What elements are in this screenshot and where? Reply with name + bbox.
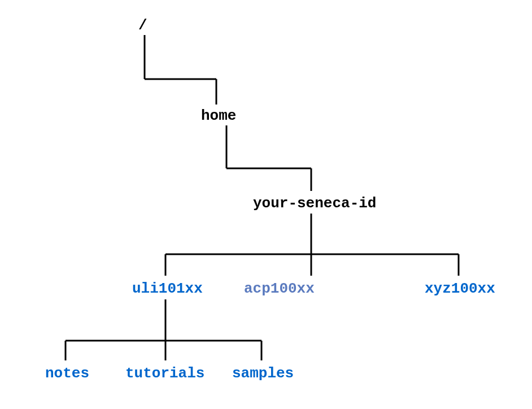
node-root: / <box>138 17 147 34</box>
node-tutorials: tutorials <box>125 365 204 382</box>
node-user: your-seneca-id <box>253 195 376 212</box>
node-acp100xx: acp100xx <box>244 280 315 297</box>
node-xyz100xx: xyz100xx <box>425 280 495 297</box>
node-samples: samples <box>232 365 294 382</box>
node-home: home <box>201 107 236 124</box>
node-notes: notes <box>45 365 89 382</box>
node-uli101xx: uli101xx <box>132 280 203 297</box>
directory-tree-diagram: / home your-seneca-id uli101xx acp100xx … <box>0 0 532 409</box>
